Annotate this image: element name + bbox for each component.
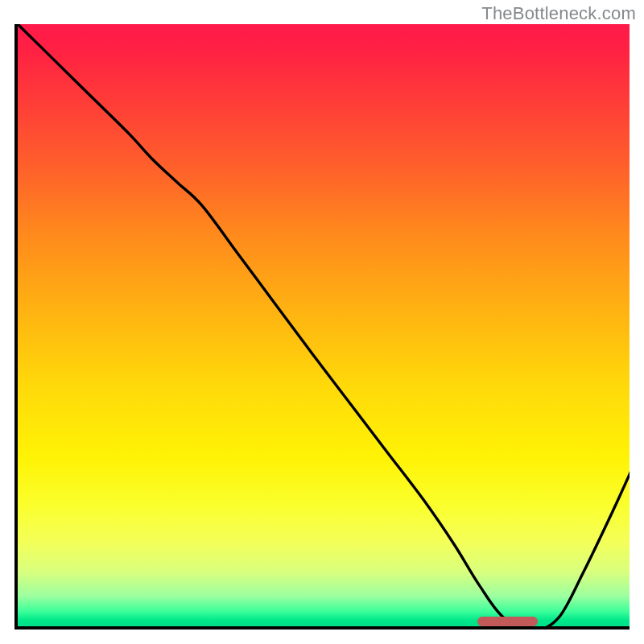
watermark-text: TheBottleneck.com xyxy=(481,3,636,24)
chart-container: TheBottleneck.com xyxy=(0,0,644,644)
plot-area xyxy=(14,24,630,630)
optimal-range-marker xyxy=(477,617,539,626)
bottleneck-curve xyxy=(18,24,630,630)
